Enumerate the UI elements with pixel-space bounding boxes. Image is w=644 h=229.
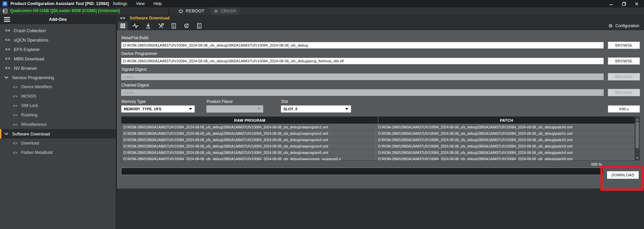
download-button[interactable]: DOWNLOAD xyxy=(607,171,639,179)
patch-cell: D:\ROM-2860\2860A1AIM37UIV10084_2024-08-… xyxy=(376,150,635,156)
sidebar-header: Add-Ons xyxy=(0,15,116,24)
table-scrollbar[interactable]: ▲ ▼ xyxy=(635,117,640,160)
crash-button: ⊗ CRASH xyxy=(211,7,239,15)
sidebar-item[interactable]: <> Service Programming xyxy=(0,73,116,82)
sidebar-item[interactable]: <> Download xyxy=(0,138,116,148)
app-icon: ⚙ xyxy=(2,1,7,6)
sidebar-item[interactable]: <> Miscellaneous xyxy=(0,120,116,129)
minimize-icon[interactable] xyxy=(608,1,614,7)
power-icon xyxy=(178,9,183,13)
sidebar-item[interactable]: <> SIM Lock xyxy=(0,101,116,110)
raw-program-cell: D:\ROM-2860\2860A1AIM37UIV10084_2024-08-… xyxy=(121,156,376,161)
scroll-down-icon[interactable]: ▼ xyxy=(635,155,640,160)
product-flavor-select xyxy=(206,105,263,113)
sidebar-item[interactable]: <> EFS Explorer xyxy=(0,45,116,54)
scroll-up-icon[interactable]: ▲ xyxy=(635,117,640,122)
sidebar-item-label: SIM Lock xyxy=(21,103,38,108)
sidebar-list: <> Crash Collection <> xQCN Operations <… xyxy=(0,24,116,157)
code-brackets-icon: <> xyxy=(5,66,10,70)
progress-bar xyxy=(121,168,604,175)
table-row[interactable]: D:\ROM-2860\2860A1AIM37UIV10084_2024-08-… xyxy=(121,143,635,150)
close-icon[interactable]: ✕ xyxy=(633,1,640,7)
code-brackets-icon: <> xyxy=(13,94,18,99)
sidebar-item-label: Device Identifiers xyxy=(21,84,52,89)
sidebar-item[interactable]: <> Crash Collection xyxy=(0,26,116,35)
code-brackets-icon: <> xyxy=(13,113,18,117)
meta-flat-build-input[interactable] xyxy=(121,42,604,49)
memory-type-select[interactable]: MEMORY_TYPE_UFS xyxy=(121,105,195,113)
code-brackets-icon: <> xyxy=(13,104,18,108)
restore-icon[interactable] xyxy=(621,1,627,7)
circle-x-icon: ⊗ xyxy=(214,9,218,13)
sidebar-item-label: NV Browser xyxy=(14,66,37,71)
browse-meta-button[interactable]: BROWSE xyxy=(608,42,640,49)
sidebar-item[interactable]: <> MBN Download xyxy=(0,54,116,63)
menu-help[interactable]: Help xyxy=(153,1,162,6)
panel-header: <> Software Download xyxy=(117,15,644,21)
toolbar: 01 10 RC Db ⚙ Configuration xyxy=(117,21,644,30)
code-brackets-icon: <> xyxy=(13,85,18,89)
slot-select[interactable]: SLOT_0 xyxy=(281,105,351,113)
patch-column-header: PATCH xyxy=(378,117,635,124)
chained-digest-label: Chained Digest xyxy=(121,83,640,88)
software-download-form: Meta/Flat Build BROWSE Device Programmer… xyxy=(117,30,644,188)
table-row[interactable]: D:\ROM-2860\2860A1AIM37UIV10084_2024-08-… xyxy=(121,156,635,161)
binary-file-icon[interactable]: 01 10 xyxy=(169,22,178,30)
raw-program-patch-table: RAW PROGRAM PATCH D:\ROM-2860\2860A1AIM3… xyxy=(121,116,640,161)
scrollbar-thumb[interactable] xyxy=(636,122,639,148)
configuration-button[interactable]: ⚙ Configuration xyxy=(608,23,639,28)
download-icon[interactable] xyxy=(144,22,153,30)
code-brackets-icon: <> xyxy=(13,151,18,155)
sidebar-item[interactable]: <> Device Identifiers xyxy=(0,82,116,92)
sidebar-item[interactable]: <> WCNSS xyxy=(0,92,116,101)
reboot-button[interactable]: REBOOT xyxy=(175,7,208,15)
menu-view[interactable]: View xyxy=(136,1,145,6)
table-body: D:\ROM-2860\2860A1AIM37UIV10084_2024-08-… xyxy=(121,124,635,160)
table-row[interactable]: D:\ROM-2860\2860A1AIM37UIV10084_2024-08-… xyxy=(121,130,635,137)
tools-icon[interactable] xyxy=(156,22,166,30)
sidebar-item-label: WCNSS xyxy=(21,94,36,99)
patch-cell: D:\ROM-2860\2860A1AIM37UIV10084_2024-08-… xyxy=(376,130,635,136)
window-controls: ✕ xyxy=(608,1,640,7)
sidebar-item[interactable]: <> Software Download xyxy=(0,129,116,138)
signed-digest-input xyxy=(121,73,604,80)
patch-cell: D:\ROM-2860\2860A1AIM37UIV10084_2024-08-… xyxy=(376,124,635,130)
menu-bar: Settings View Help xyxy=(113,1,162,6)
sidebar-item-label: xQCN Operations xyxy=(14,38,48,43)
product-flavor-label: Product Flavor xyxy=(207,99,263,104)
patch-cell: D:\ROM-2860\2860A1AIM37UIV10084_2024-08-… xyxy=(376,143,635,149)
device-programmer-label: Device Programmer xyxy=(121,51,640,56)
table-row[interactable]: D:\ROM-2860\2860A1AIM37UIV10084_2024-08-… xyxy=(121,150,635,156)
database-file-icon[interactable]: RC Db xyxy=(195,22,204,30)
table-row[interactable]: D:\ROM-2860\2860A1AIM37UIV10084_2024-08-… xyxy=(121,124,635,130)
sidebar: Add-Ons <> Crash Collection <> xQCN Oper… xyxy=(0,15,116,229)
sidebar-item[interactable]: <> xQCN Operations xyxy=(0,35,116,45)
xmls-button[interactable]: XMLs xyxy=(608,105,640,113)
code-brackets-icon: <> xyxy=(120,16,125,20)
browse-programmer-button[interactable]: BROWSE xyxy=(608,57,640,65)
table-row[interactable]: D:\ROM-2860\2860A1AIM37UIV10084_2024-08-… xyxy=(121,137,635,143)
code-brackets-icon: <> xyxy=(13,122,18,127)
bottom-area xyxy=(117,188,644,229)
activity-icon[interactable] xyxy=(131,22,140,30)
raw-program-cell: D:\ROM-2860\2860A1AIM37UIV10084_2024-08-… xyxy=(121,137,376,143)
device-icon xyxy=(2,8,8,14)
main-panel: <> Software Download xyxy=(117,15,644,229)
code-brackets-icon: <> xyxy=(5,47,10,52)
device-status-label: Qualcomm HS-USB QDLoader 9008 (COM6) [Un… xyxy=(10,8,120,13)
sidebar-item[interactable]: <> Roaming xyxy=(0,110,116,120)
menu-settings[interactable]: Settings xyxy=(113,1,127,6)
caret-down-icon xyxy=(257,108,261,110)
raw-program-cell: D:\ROM-2860\2860A1AIM37UIV10084_2024-08-… xyxy=(121,130,376,136)
raw-program-column-header: RAW PROGRAM xyxy=(121,117,378,124)
chevron-down-icon xyxy=(4,131,8,135)
window-title: Product Configuration Assistant Tool [PI… xyxy=(10,1,109,6)
sidebar-item[interactable]: <> Flatten MetaBuild xyxy=(0,148,116,157)
table-header: RAW PROGRAM PATCH xyxy=(121,117,640,124)
sidebar-item-label: Service Programming xyxy=(12,75,54,80)
progress-percent-label: 000 % xyxy=(121,162,640,166)
refresh-icon[interactable] xyxy=(182,22,191,30)
sidebar-item[interactable]: <> NV Browser xyxy=(0,63,116,73)
device-programmer-input[interactable] xyxy=(121,58,604,64)
partition-grid-icon[interactable] xyxy=(118,22,127,30)
